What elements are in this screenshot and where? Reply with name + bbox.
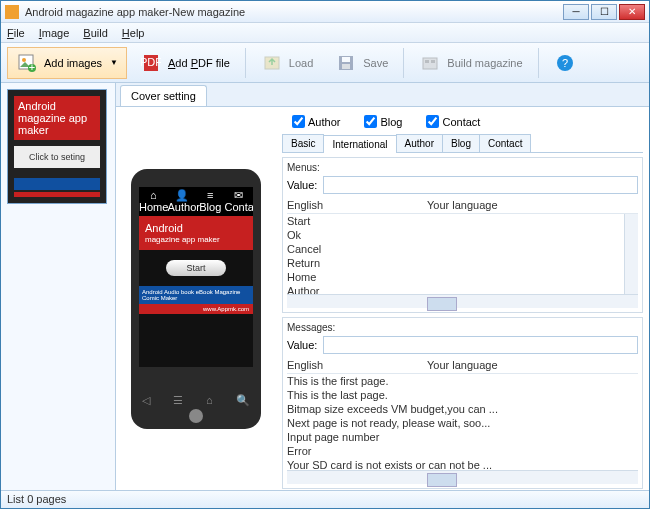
page-list-sidebar: Android magazine app maker Click to seti…	[1, 83, 116, 490]
tab-cover-setting[interactable]: Cover setting	[120, 85, 207, 106]
menu-image[interactable]: Image	[39, 27, 70, 39]
list-item: Start	[287, 214, 638, 228]
cover-thumbnail[interactable]: Android magazine app maker Click to seti…	[7, 89, 107, 204]
menus-value-input[interactable]	[323, 176, 638, 194]
help-icon: ?	[554, 52, 576, 74]
svg-rect-8	[342, 57, 350, 62]
help-button[interactable]: ?	[545, 47, 585, 79]
horizontal-scrollbar[interactable]	[287, 294, 638, 308]
load-icon	[261, 52, 283, 74]
preview-start-button: Start	[166, 260, 226, 276]
phone-preview: ⌂Home 👤Author ≡Blog ✉Contact Android mag…	[131, 169, 261, 429]
menu-bar: File Image Build Help	[1, 23, 649, 43]
window-title: Android magazine app maker-New magazine	[25, 6, 563, 18]
svg-point-1	[22, 58, 26, 62]
subtab-contact[interactable]: Contact	[479, 134, 531, 152]
list-item: Home	[287, 270, 638, 284]
list-item: Return	[287, 256, 638, 270]
add-images-button[interactable]: + Add images ▼	[7, 47, 127, 79]
list-item: Ok	[287, 228, 638, 242]
list-item: This is the first page.	[287, 374, 638, 388]
vertical-scrollbar[interactable]	[624, 214, 638, 294]
messages-group: Messages: Value: English Your language T…	[282, 317, 643, 489]
nav-author: 👤Author	[168, 190, 197, 213]
image-plus-icon: +	[16, 52, 38, 74]
load-button[interactable]: Load	[252, 47, 322, 79]
check-contact[interactable]: Contact	[426, 115, 480, 128]
save-button[interactable]: Save	[326, 47, 397, 79]
list-item: Bitmap size exceeds VM budget,you can ..…	[287, 402, 638, 416]
minimize-button[interactable]: ─	[563, 4, 589, 20]
nav-contact: ✉Contact	[225, 190, 254, 213]
add-pdf-button[interactable]: PDF Add PDF file	[131, 47, 239, 79]
nav-blog: ≡Blog	[196, 190, 225, 213]
list-item: Next page is not ready, please wait, soo…	[287, 416, 638, 430]
svg-text:?: ?	[562, 57, 568, 69]
title-bar: Android magazine app maker-New magazine …	[1, 1, 649, 23]
main-tabstrip: Cover setting	[116, 83, 649, 107]
app-icon	[5, 5, 19, 19]
check-blog[interactable]: Blog	[364, 115, 402, 128]
nav-home: ⌂Home	[139, 190, 168, 213]
close-button[interactable]: ✕	[619, 4, 645, 20]
subtab-author[interactable]: Author	[396, 134, 443, 152]
list-item: Your SD card is not exists or can not be…	[287, 458, 638, 470]
list-item: Author	[287, 284, 638, 294]
phone-home-button	[189, 409, 203, 423]
check-author[interactable]: Author	[292, 115, 340, 128]
list-item: Input page number	[287, 430, 638, 444]
svg-rect-9	[342, 64, 350, 69]
horizontal-scrollbar[interactable]	[287, 470, 638, 484]
build-icon	[419, 52, 441, 74]
chevron-down-icon: ▼	[110, 58, 118, 67]
subtab-international[interactable]: International	[323, 135, 396, 153]
menus-list[interactable]: Start Ok Cancel Return Home Author Blog …	[287, 214, 638, 294]
svg-text:PDF: PDF	[141, 56, 161, 68]
menu-file[interactable]: File	[7, 27, 25, 39]
settings-subtabs: Basic International Author Blog Contact	[282, 134, 643, 153]
subtab-basic[interactable]: Basic	[282, 134, 324, 152]
save-icon	[335, 52, 357, 74]
pdf-icon: PDF	[140, 52, 162, 74]
messages-list[interactable]: This is the first page. This is the last…	[287, 374, 638, 470]
maximize-button[interactable]: ☐	[591, 4, 617, 20]
svg-rect-11	[425, 60, 429, 63]
subtab-blog[interactable]: Blog	[442, 134, 480, 152]
toolbar: + Add images ▼ PDF Add PDF file Load Sav…	[1, 43, 649, 83]
list-item: This is the last page.	[287, 388, 638, 402]
list-item: Cancel	[287, 242, 638, 256]
svg-rect-10	[423, 58, 437, 69]
menu-build[interactable]: Build	[83, 27, 107, 39]
menu-help[interactable]: Help	[122, 27, 145, 39]
list-item: Error	[287, 444, 638, 458]
build-magazine-button[interactable]: Build magazine	[410, 47, 531, 79]
status-bar: List 0 pages	[1, 490, 649, 508]
menus-group: Menus: Value: English Your language Star…	[282, 157, 643, 313]
messages-value-input[interactable]	[323, 336, 638, 354]
svg-rect-12	[431, 60, 435, 63]
svg-text:+: +	[29, 61, 35, 73]
